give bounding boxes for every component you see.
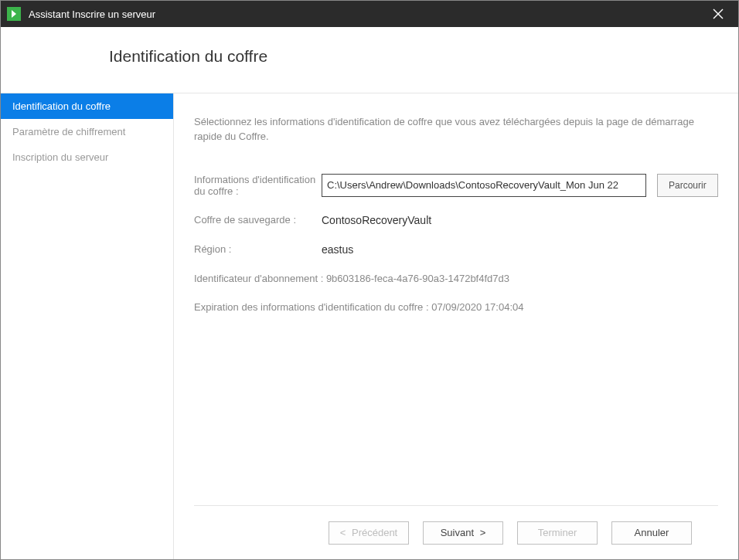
credentials-row: Informations d'identification du coffre …: [194, 174, 718, 197]
subscription-line: Identificateur d'abonnement : 9b603186-f…: [194, 273, 718, 284]
region-row: Région : eastus: [194, 243, 718, 256]
finish-button[interactable]: Terminer: [517, 521, 598, 545]
header: Identification du coffre: [1, 27, 738, 93]
cancel-button[interactable]: Annuler: [611, 521, 692, 545]
backup-vault-value: ContosoRecoveryVault: [322, 214, 431, 226]
next-label: Suivant: [441, 527, 474, 538]
chevron-right-icon: >: [480, 527, 486, 538]
page-title: Identification du coffre: [109, 47, 738, 66]
expiration-value: 07/09/2020 17:04:04: [431, 301, 523, 313]
sidebar-item-label: Inscription du serveur: [12, 151, 108, 163]
main-panel: Sélectionnez les informations d'identifi…: [174, 93, 738, 559]
previous-label: Précédent: [352, 527, 397, 538]
credentials-input[interactable]: [322, 174, 646, 197]
subscription-label: Identificateur d'abonnement :: [194, 273, 323, 284]
browse-button[interactable]: Parcourir: [657, 174, 718, 197]
backup-vault-row: Coffre de sauvegarde : ContosoRecoveryVa…: [194, 214, 718, 226]
instruction-text: Sélectionnez les informations d'identifi…: [194, 115, 718, 144]
close-button[interactable]: [704, 1, 732, 27]
chevron-left-icon: <: [340, 527, 346, 538]
subscription-value: 9b603186-feca-4a76-90a3-1472bf4fd7d3: [326, 273, 509, 284]
wizard-footer: < Précédent Suivant > Terminer Annuler: [194, 505, 718, 559]
sidebar-item-label: Paramètre de chiffrement: [12, 126, 125, 137]
close-icon: [713, 8, 724, 19]
region-value: eastus: [322, 243, 353, 256]
body: Identification du coffre Paramètre de ch…: [1, 93, 738, 559]
sidebar: Identification du coffre Paramètre de ch…: [1, 93, 174, 559]
previous-button[interactable]: < Précédent: [329, 521, 409, 545]
region-label: Région :: [194, 243, 322, 255]
window-title: Assistant Inscrire un serveur: [29, 8, 704, 20]
expiration-line: Expiration des informations d'identifica…: [194, 301, 718, 313]
titlebar: Assistant Inscrire un serveur: [1, 1, 738, 27]
sidebar-item-identification[interactable]: Identification du coffre: [1, 93, 173, 119]
expiration-label: Expiration des informations d'identifica…: [194, 301, 429, 313]
next-button[interactable]: Suivant >: [423, 521, 503, 545]
sidebar-item-label: Identification du coffre: [12, 100, 111, 112]
app-icon: [7, 7, 21, 21]
sidebar-item-encryption[interactable]: Paramètre de chiffrement: [1, 119, 173, 144]
backup-vault-label: Coffre de sauvegarde :: [194, 214, 322, 226]
credentials-label: Informations d'identification du coffre …: [194, 174, 322, 197]
sidebar-item-registration[interactable]: Inscription du serveur: [1, 144, 173, 170]
